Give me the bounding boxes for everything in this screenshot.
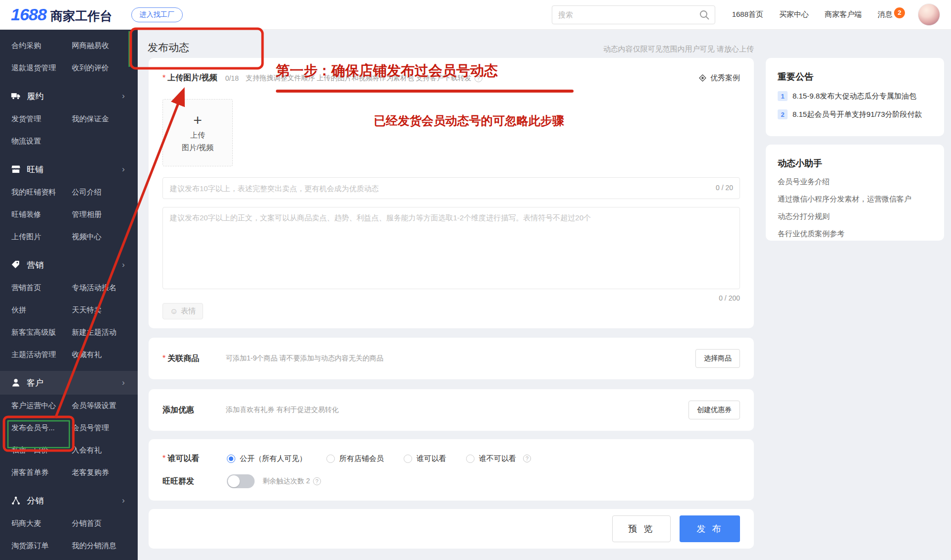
- question-icon[interactable]: ?: [475, 74, 482, 82]
- sidebar-row: 旺铺装修管理相册: [0, 204, 138, 226]
- sidebar-link[interactable]: 收到的评价: [72, 63, 125, 73]
- sidebar-link[interactable]: 老客复购券: [72, 468, 125, 477]
- sidebar-link[interactable]: 我的分销消息: [72, 541, 125, 551]
- sidebar-link[interactable]: 管理相册: [72, 210, 125, 219]
- sidebar-link[interactable]: 公司介绍: [72, 188, 125, 197]
- select-product-button[interactable]: 选择商品: [695, 349, 740, 368]
- logo-1688[interactable]: 1688 商家工作台: [11, 5, 112, 24]
- search-icon[interactable]: [698, 9, 710, 23]
- sidebar-link[interactable]: 物流设置: [11, 137, 72, 146]
- sidebar-group-label: 营销: [27, 259, 44, 271]
- sidebar-row: 新客宝高级版新建主题活动: [0, 321, 138, 344]
- assistant-card: 动态小助手 会员号业务介绍通过微信小程序分发素材，运营微信客户动态分打分规则各行…: [766, 145, 944, 241]
- question-icon[interactable]: ?: [313, 477, 321, 485]
- nav-link-1688-home[interactable]: 1688首页: [732, 10, 763, 19]
- dynamic-body-textarea[interactable]: [162, 207, 740, 289]
- sidebar-row: 主题活动管理收藏有礼: [0, 344, 138, 366]
- required-asterisk: *: [162, 74, 165, 83]
- emoji-button[interactable]: ☺ 表情: [162, 303, 203, 319]
- sidebar-row: 合约采购网商融易收: [0, 35, 138, 57]
- sidebar-link[interactable]: 新客宝高级版: [11, 328, 72, 337]
- nav-link-messages[interactable]: 消息 2: [878, 10, 905, 19]
- preview-button[interactable]: 预 览: [612, 515, 671, 542]
- main-area: 发布动态 动态内容仅限可见范围内用户可见 请放心上传 * 上传图片/视频 0/1…: [138, 30, 951, 560]
- sidebar-link[interactable]: 旺铺装修: [11, 210, 72, 219]
- sidebar-link[interactable]: 会员号管理: [72, 423, 125, 433]
- announcement-item[interactable]: 18.15-9.8发布大促动态瓜分专属加油包: [778, 91, 932, 101]
- sidebar-link[interactable]: 客户运营中心: [11, 401, 72, 410]
- assistant-link[interactable]: 通过微信小程序分发素材，运营微信客户: [778, 195, 932, 204]
- sidebar-link[interactable]: 新建主题活动: [72, 328, 125, 337]
- broadcast-toggle[interactable]: [227, 474, 255, 488]
- sidebar-link[interactable]: 退款退货管理: [11, 63, 72, 73]
- sidebar-link[interactable]: 收藏有礼: [72, 350, 125, 359]
- sidebar-group-header[interactable]: 履约›: [0, 84, 138, 108]
- sidebar-group-header[interactable]: 营销›: [0, 253, 138, 277]
- sidebar-link[interactable]: 专场活动报名: [72, 283, 125, 293]
- question-icon[interactable]: ?: [523, 455, 531, 462]
- visibility-option-radio[interactable]: 谁不可以看: [466, 454, 516, 463]
- dynamic-title-input[interactable]: [162, 177, 740, 199]
- broadcast-row: 旺旺群发 剩余触达次数 2 ?: [162, 470, 740, 493]
- sidebar-link[interactable]: 合约采购: [11, 41, 72, 51]
- assistant-link[interactable]: 动态分打分规则: [778, 212, 932, 221]
- sidebar-link[interactable]: 潜客首单券: [11, 468, 72, 477]
- assistant-link[interactable]: 会员号业务介绍: [778, 177, 932, 187]
- sidebar-link[interactable]: 发布会员号...: [11, 423, 72, 433]
- sidebar-link[interactable]: 我的旺铺资料: [11, 188, 72, 197]
- message-count-badge: 2: [894, 7, 905, 18]
- toggle-knob: [228, 475, 240, 487]
- visibility-label-wrap: * 谁可以看: [162, 454, 227, 464]
- sidebar-link[interactable]: 会员等级设置: [72, 401, 125, 410]
- sidebar-link[interactable]: 码商大麦: [11, 519, 72, 528]
- sidebar-link[interactable]: 营销首页: [11, 283, 72, 293]
- store-icon: [11, 164, 21, 174]
- required-asterisk: *: [162, 454, 165, 463]
- visibility-row: * 谁可以看 公开（所有人可见）所有店铺会员谁可以看谁不可以看 ?: [162, 447, 740, 470]
- sidebar-link[interactable]: 上传图片: [11, 232, 72, 242]
- user-avatar[interactable]: [918, 3, 940, 26]
- nav-link-buyer-center[interactable]: 买家中心: [779, 10, 809, 19]
- assistant-link[interactable]: 各行业优质案例参考: [778, 229, 932, 239]
- messages-label: 消息: [878, 10, 893, 19]
- sidebar-link[interactable]: 分销首页: [72, 519, 125, 528]
- sidebar-link[interactable]: 我的保证金: [72, 114, 125, 124]
- sidebar-link[interactable]: 主题活动管理: [11, 350, 72, 359]
- search-input[interactable]: [552, 5, 715, 24]
- publish-button[interactable]: 发 布: [680, 515, 740, 542]
- upload-tile-button[interactable]: + 上传 图片/视频: [162, 99, 233, 166]
- enter-factory-button[interactable]: 进入找工厂: [131, 7, 183, 22]
- sidebar-link[interactable]: 视频中心: [72, 232, 125, 242]
- visibility-option-radio[interactable]: 所有店铺会员: [326, 454, 384, 463]
- sidebar-group-header[interactable]: 旺铺›: [0, 157, 138, 181]
- create-coupon-button[interactable]: 创建优惠券: [688, 401, 740, 419]
- truck-icon: [11, 91, 21, 101]
- excellent-cases-link[interactable]: 优秀案例: [698, 73, 740, 83]
- sidebar-link[interactable]: 天天特卖: [72, 305, 125, 315]
- sidebar-group-header[interactable]: 分销›: [0, 489, 138, 512]
- sidebar-link[interactable]: 网商融易收: [72, 41, 125, 51]
- visibility-option-radio[interactable]: 公开（所有人可见）: [227, 454, 307, 463]
- sidebar-group-header[interactable]: 客户›: [0, 371, 138, 395]
- nav-link-merchant-client[interactable]: 商家客户端: [825, 10, 862, 19]
- logo-number: 1688: [11, 5, 47, 24]
- sidebar-link[interactable]: 伙拼: [11, 305, 72, 315]
- sidebar-link[interactable]: 入会有礼: [72, 446, 125, 455]
- announcement-item[interactable]: 28.15起会员号开单支持91/73分阶段付款: [778, 109, 932, 119]
- sidebar-link[interactable]: 发货管理: [11, 114, 72, 124]
- sidebar-row: 退款退货管理收到的评价: [0, 57, 138, 79]
- broadcast-label: 旺旺群发: [162, 476, 194, 487]
- visibility-card: * 谁可以看 公开（所有人可见）所有店铺会员谁可以看谁不可以看 ? 旺旺群发 剩…: [149, 439, 754, 501]
- related-products-label: 关联商品: [167, 354, 199, 364]
- diamond-icon: [698, 74, 707, 82]
- related-products-label-wrap: * 关联商品: [162, 354, 226, 364]
- sidebar-link[interactable]: 淘货源订单: [11, 541, 72, 551]
- sidebar-link[interactable]: 私密一口价: [11, 446, 72, 455]
- sidebar-row: 发布会员号...会员号管理: [0, 417, 138, 439]
- add-discount-hint: 添加喜欢有礼券 有利于促进交易转化: [226, 406, 688, 414]
- add-discount-label-wrap: 添加优惠: [162, 405, 226, 415]
- visibility-option-radio[interactable]: 谁可以看: [404, 454, 446, 463]
- sidebar-row: 物流设置: [0, 130, 138, 153]
- related-products-hint: 可添加1-9个商品 请不要添加与动态内容无关的商品: [226, 354, 695, 363]
- compose-card: * 上传图片/视频 0/18 支持拖拽调整文件顺序 上传的图片和视频将作为素材包…: [149, 58, 754, 328]
